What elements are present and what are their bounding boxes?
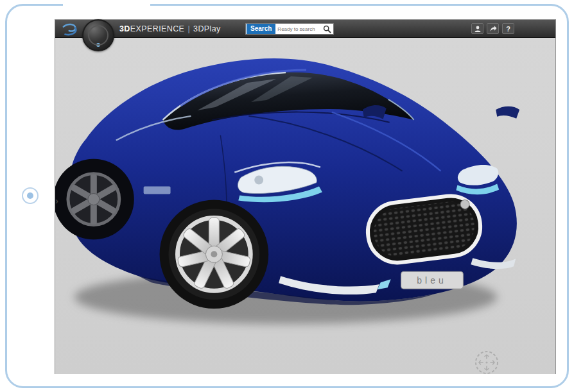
search-box[interactable]: Search	[245, 23, 334, 35]
front-wheel	[160, 200, 269, 309]
search-input[interactable]	[275, 26, 323, 32]
app-title-divider: |	[184, 24, 193, 33]
help-icon[interactable]: ?	[502, 23, 514, 34]
license-plate: bleu	[401, 271, 464, 289]
header-actions: ?	[471, 23, 514, 34]
app-title-product: 3DPlay	[193, 24, 221, 33]
share-icon[interactable]	[487, 23, 499, 34]
license-plate-text: bleu	[417, 275, 446, 285]
viewport-3d[interactable]: bleu	[55, 38, 555, 374]
app-title: 3DEXPERIENCE|3DPlay	[119, 20, 221, 38]
3ds-logo-icon	[59, 22, 81, 36]
side-mirror-right	[496, 107, 519, 119]
app-title-rest: EXPERIENCE	[130, 24, 185, 33]
help-glyph: ?	[506, 25, 510, 33]
camera-dot-icon	[27, 192, 33, 199]
user-profile-icon[interactable]	[471, 23, 483, 34]
app-window: 3DEXPERIENCE|3DPlay Search ?	[55, 19, 556, 374]
search-icon[interactable]	[323, 25, 331, 33]
compass-dot-icon	[96, 43, 100, 47]
fit-view-button[interactable]	[474, 350, 500, 374]
app-title-bold: 3D	[119, 24, 130, 33]
device-camera-dot	[22, 187, 39, 204]
app-header: 3DEXPERIENCE|3DPlay Search ?	[55, 20, 555, 38]
compass-widget[interactable]	[82, 19, 114, 51]
door-badge	[144, 187, 171, 194]
search-button[interactable]: Search	[247, 24, 275, 34]
car-3d-model[interactable]: bleu	[55, 38, 555, 374]
device-frame-notch	[63, 0, 150, 10]
rear-wheel	[55, 159, 134, 240]
panel-toggle-chevron[interactable]: ›	[55, 194, 63, 208]
